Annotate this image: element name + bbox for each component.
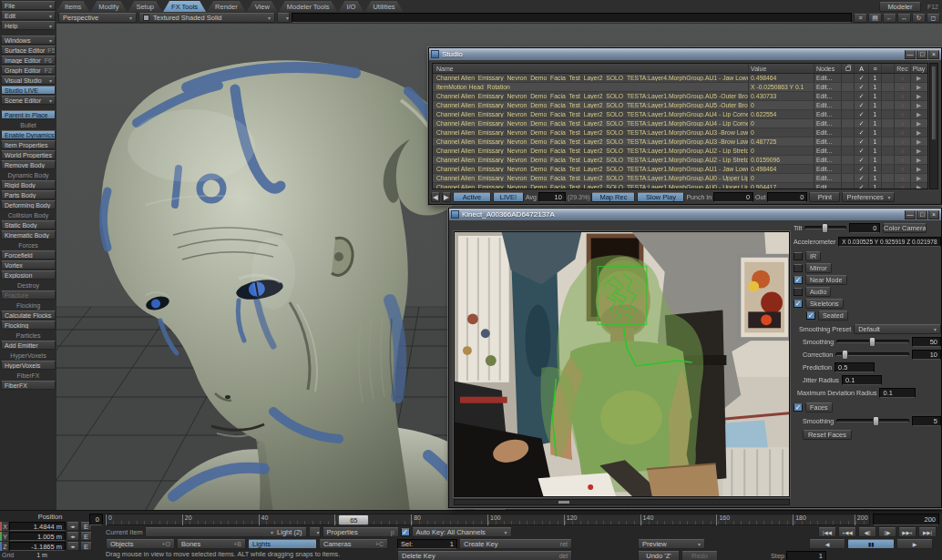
sidebar-item-vortex[interactable]: Vortex — [1, 260, 56, 270]
channel-active-check[interactable]: ✓ — [854, 101, 868, 109]
kinect-titlebar[interactable]: Kinect_A00366AD6472137A — □ × — [449, 209, 941, 220]
col-a[interactable]: A — [854, 64, 868, 73]
sidebar-item-hypervoxels[interactable]: HyperVoxels — [1, 361, 56, 370]
play-icon[interactable]: ▶ — [910, 183, 927, 189]
channel-active-check[interactable]: ✓ — [854, 92, 868, 100]
prediction-field[interactable]: 0.5 — [834, 362, 875, 372]
channel-envelope[interactable] — [881, 174, 894, 182]
timeline-ruler[interactable]: 020406080100120140160180200 65 — [105, 514, 870, 525]
play-icon[interactable]: ▶ — [910, 83, 927, 91]
channel-lock[interactable] — [841, 137, 854, 146]
sidebar-item-fiberfx[interactable]: FiberFX — [1, 381, 56, 390]
channel-row[interactable]: Channel Alien_Emissary_Nevron_Demo_Facia… — [433, 92, 927, 101]
close-icon[interactable]: × — [928, 50, 939, 59]
avg-field[interactable]: 10 — [538, 192, 566, 202]
prev-icon[interactable]: ◀ — [431, 192, 440, 202]
axis-y-button[interactable]: Y — [0, 532, 8, 541]
channel-row[interactable]: Channel Alien_Emissary_Nevron_Demo_Facia… — [433, 147, 927, 156]
kinect-window[interactable]: Kinect_A00366AD6472137A — □ × — [448, 208, 942, 508]
channel-nodes-edit[interactable]: Edit... — [814, 83, 841, 91]
record-icon[interactable]: ○ — [894, 110, 910, 118]
col-name[interactable]: Name — [433, 66, 748, 72]
modeler-button[interactable]: Modeler — [879, 2, 921, 12]
correction-slider[interactable] — [835, 352, 909, 356]
channel-value[interactable]: 0.498464 — [748, 74, 814, 82]
maximize-icon[interactable]: □ — [916, 50, 927, 59]
timeline-slider[interactable]: 65 — [338, 514, 369, 525]
rotate-view-icon[interactable]: ↻ — [912, 14, 926, 23]
skeletons-checkbox[interactable]: ✓ — [794, 300, 803, 308]
record-icon[interactable]: ○ — [894, 147, 910, 155]
coord-x-value[interactable]: 1.4844 m — [9, 522, 66, 531]
next-icon[interactable]: ▶ — [442, 192, 451, 202]
slow-play-button[interactable]: Slow Play — [637, 192, 684, 202]
channel-nodes-edit[interactable]: Edit... — [814, 183, 841, 189]
autokey-checkbox[interactable]: ✓ — [401, 528, 410, 536]
record-icon[interactable]: ○ — [894, 83, 910, 91]
undo-button[interactable]: Undo 'Z' — [638, 551, 680, 560]
channel-weight[interactable]: 1 — [868, 137, 881, 146]
studio-titlebar[interactable]: Studio — □ × — [429, 48, 941, 60]
sidebar-item-add-emitter[interactable]: Add Emitter — [1, 341, 56, 350]
tab-i-o[interactable]: I/O — [338, 1, 363, 12]
go-start-button[interactable]: |◀◀ — [818, 527, 836, 537]
channel-active-check[interactable]: ✓ — [854, 147, 868, 155]
channel-value[interactable]: 0 — [748, 174, 814, 182]
print-button[interactable]: Print — [809, 192, 840, 202]
channel-lock[interactable] — [841, 92, 854, 100]
play-icon[interactable]: ▶ — [910, 165, 927, 173]
channel-lock[interactable] — [841, 174, 854, 182]
channel-weight[interactable]: 1 — [868, 101, 881, 109]
sidebar-item-kinematic-body[interactable]: Kinematic Body — [1, 230, 56, 239]
channel-weight[interactable]: 1 — [868, 165, 881, 173]
sidebar-item-file[interactable]: File▾ — [1, 1, 56, 10]
channel-envelope[interactable] — [881, 128, 894, 137]
zoom-box-icon[interactable]: ◻ — [927, 14, 940, 23]
channel-lock[interactable] — [841, 183, 854, 189]
channel-nodes-edit[interactable]: Edit... — [814, 92, 841, 100]
sidebar-item-item-properties[interactable]: Item Properties — [1, 140, 56, 149]
channel-row[interactable]: Channel Alien_Emissary_Nevron_Demo_Facia… — [433, 174, 927, 183]
max-deviation-field[interactable]: 0.1 — [879, 388, 916, 398]
channel-nodes-edit[interactable]: Edit... — [814, 137, 841, 146]
tab-utilities[interactable]: Utilities — [364, 1, 403, 12]
col-solo[interactable]: ≡ — [868, 64, 881, 73]
tilt-value-field[interactable]: 0 — [849, 223, 880, 233]
audio-checkbox[interactable] — [794, 288, 803, 296]
reset-faces-button[interactable]: Reset Faces — [803, 430, 852, 440]
sidebar-item-forcefield[interactable]: Forcefield — [1, 250, 56, 260]
channel-envelope[interactable] — [881, 165, 894, 173]
channel-envelope[interactable] — [881, 83, 894, 91]
sidebar-item-image-editor[interactable]: Image EditorF6 — [1, 56, 56, 65]
record-icon[interactable]: ○ — [894, 174, 910, 182]
channel-nodes-edit[interactable]: Edit... — [814, 165, 841, 173]
channel-value[interactable]: X -0.0250863 Y 0.1 — [748, 83, 814, 91]
axis-z-button[interactable]: Z — [0, 542, 8, 551]
channel-nodes-edit[interactable]: Edit... — [814, 74, 841, 82]
shading-mode-dropdown[interactable]: Textured Shaded Solid ▾ — [138, 13, 275, 23]
active-button[interactable]: Active — [453, 192, 491, 202]
channel-envelope[interactable] — [881, 183, 894, 189]
tab-render[interactable]: Render — [207, 1, 246, 12]
punch-in-field[interactable]: 0 — [713, 192, 753, 202]
coord-y-value[interactable]: 1.005 m — [9, 532, 66, 541]
play-icon[interactable]: ▶ — [910, 110, 927, 118]
channel-row[interactable]: Channel Alien_Emissary_Nevron_Demo_Facia… — [433, 183, 927, 189]
channel-lock[interactable] — [841, 128, 854, 137]
step-back-button[interactable]: ◀|| — [858, 527, 876, 537]
channel-weight[interactable]: 1 — [868, 147, 881, 155]
channel-lock[interactable] — [841, 156, 854, 164]
channel-value[interactable]: 0 — [748, 101, 814, 109]
view-mode-dropdown[interactable]: Perspective ▾ — [58, 13, 137, 23]
channel-weight[interactable]: 1 — [868, 183, 881, 189]
col-envelope[interactable] — [881, 64, 894, 73]
channel-weight[interactable]: 1 — [868, 128, 881, 137]
channel-lock[interactable] — [841, 147, 854, 155]
channel-value[interactable]: 0 — [748, 147, 814, 155]
channel-lock[interactable] — [841, 110, 854, 118]
properties-button[interactable]: Properties p — [323, 527, 399, 537]
sidebar-item-studio-live[interactable]: Studio LIVE — [1, 86, 56, 95]
tab-modeler-tools[interactable]: Modeler Tools — [279, 1, 338, 12]
channel-row[interactable]: Channel Alien_Emissary_Nevron_Demo_Facia… — [433, 110, 927, 119]
channel-active-check[interactable]: ✓ — [854, 110, 868, 118]
